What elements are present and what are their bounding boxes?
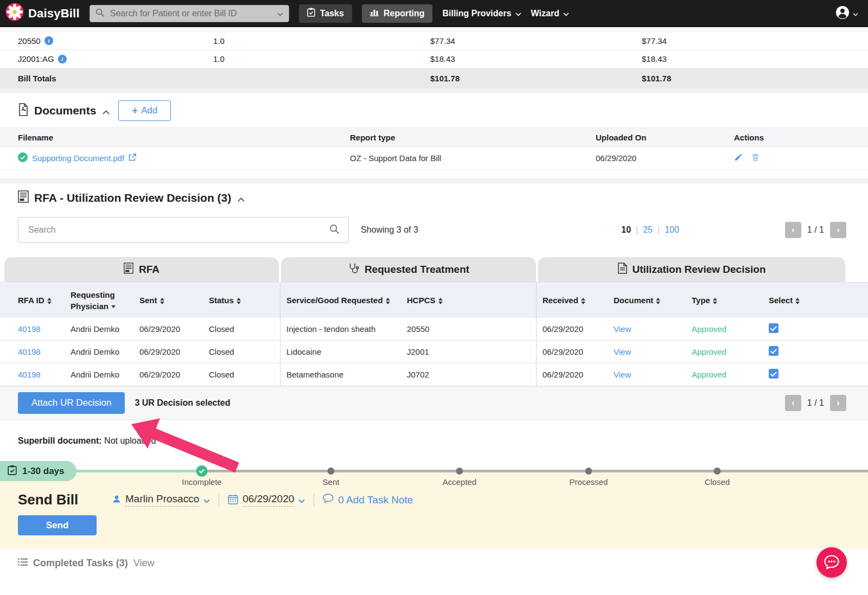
rfa-document-icon: [18, 190, 29, 206]
document-filename-link[interactable]: Supporting Document.pdf: [32, 153, 124, 163]
collapse-caret-icon[interactable]: [238, 191, 245, 204]
days-badge: 1-30 days: [0, 461, 76, 481]
documents-table-header: Filename Report type Uploaded On Actions: [0, 127, 868, 147]
check-circle-icon: [18, 152, 28, 164]
column-header-sent[interactable]: Sent: [139, 295, 209, 306]
decision-type: Approved: [692, 324, 769, 334]
column-header-status[interactable]: Status: [209, 295, 280, 306]
pagination-top: ‹ 1 / 1 ›: [785, 222, 846, 238]
clipboard-check-icon: [8, 465, 17, 478]
info-icon[interactable]: i: [58, 55, 67, 63]
add-document-button[interactable]: + Add: [118, 100, 171, 121]
requesting-physician: Andrii Demko: [71, 324, 139, 334]
superbill-label: Superbill document:: [18, 436, 102, 445]
section-divider: [0, 178, 868, 183]
rfa-section-header: RFA - Utilization Review Decision (3): [0, 183, 868, 212]
brand-name: DaisyBill: [28, 7, 80, 21]
next-page-button[interactable]: ›: [830, 222, 846, 238]
global-search-input[interactable]: [109, 8, 272, 19]
send-button[interactable]: Send: [18, 515, 97, 535]
charge-amount: $77.34: [430, 36, 642, 46]
expected-amount: $18.43: [642, 54, 868, 63]
global-search[interactable]: [90, 5, 289, 22]
column-header-rfa-id[interactable]: RFA ID: [18, 295, 71, 306]
selection-count-text: 3 UR Decision selected: [135, 398, 230, 408]
timeline-step-dot: [714, 468, 721, 475]
timeline-step-dot: [585, 468, 592, 475]
rfa-table-group-tabs: RFA Requested Treatment Utilization Revi…: [0, 257, 868, 282]
column-header-service-good-requested[interactable]: Service/Good Requested: [286, 295, 407, 306]
rfa-id-link[interactable]: 40198: [18, 370, 71, 379]
rfa-search-input[interactable]: [27, 225, 329, 235]
sort-icon: [386, 298, 390, 304]
page-size-selector: 10 25 100: [621, 225, 679, 235]
select-checkbox[interactable]: [769, 323, 778, 333]
caret-down-icon[interactable]: [277, 9, 283, 18]
timeline-step-label: Sent: [323, 477, 340, 487]
received-date: 06/29/2020: [542, 324, 614, 334]
page-size-25[interactable]: 25: [631, 225, 653, 235]
date-picker[interactable]: 06/29/2020: [228, 493, 305, 507]
send-bill-title: Send Bill: [18, 491, 104, 508]
sort-icon: [47, 298, 52, 304]
rfa-table: RFA Requested Treatment Utilization Revi…: [0, 257, 868, 386]
view-document-link[interactable]: View: [614, 370, 692, 379]
wizard-label: Wizard: [531, 9, 559, 18]
collapse-caret-icon[interactable]: [103, 104, 110, 117]
assignee-picker[interactable]: Marlin Prosacco: [112, 493, 210, 507]
billing-providers-menu[interactable]: Billing Providers: [442, 9, 521, 18]
column-header-received[interactable]: Received: [542, 295, 614, 306]
column-header-hcpcs[interactable]: HCPCS: [407, 295, 536, 306]
attach-ur-decision-button[interactable]: Attach UR Decision: [18, 392, 125, 414]
info-icon[interactable]: i: [44, 36, 53, 45]
select-checkbox[interactable]: [769, 369, 778, 379]
column-header-document[interactable]: Document: [614, 295, 692, 306]
next-page-button[interactable]: ›: [830, 395, 846, 411]
rfa-status: Closed: [209, 370, 280, 379]
view-document-link[interactable]: View: [614, 347, 692, 356]
rfa-search-box[interactable]: [18, 217, 349, 243]
page-size-100[interactable]: 100: [653, 225, 679, 235]
wizard-menu[interactable]: Wizard: [531, 9, 569, 18]
group-tab-utilization-review-decision: Utilization Review Decision: [538, 257, 845, 282]
edit-icon[interactable]: [734, 153, 743, 163]
assignee-name: Marlin Prosacco: [125, 493, 199, 507]
rfa-status: Closed: [209, 347, 280, 356]
document-uploaded-on: 06/29/2020: [596, 153, 734, 163]
user-account-menu[interactable]: [835, 5, 858, 21]
view-completed-tasks-link[interactable]: View: [133, 558, 155, 569]
chat-fab-button[interactable]: [816, 547, 847, 578]
documents-section-header: Documents + Add: [0, 93, 868, 127]
rfa-document-icon: [124, 263, 133, 277]
external-link-icon[interactable]: [129, 153, 136, 163]
rfa-title-group[interactable]: RFA - Utilization Review Decision (3): [18, 190, 245, 206]
delete-icon[interactable]: [751, 153, 760, 163]
add-task-note-button[interactable]: 0 Add Task Note: [323, 494, 413, 506]
tasks-button[interactable]: Tasks: [299, 4, 352, 23]
reporting-label: Reporting: [384, 9, 425, 18]
column-header-select[interactable]: Select: [769, 295, 868, 306]
hcpcs-code: 20550: [407, 324, 536, 334]
chevron-down-icon: [853, 9, 858, 18]
send-bill-panel: 1-30 days Incomplete Sent Accepted Proce…: [0, 461, 868, 549]
rfa-id-link[interactable]: 40198: [18, 347, 71, 356]
prev-page-button[interactable]: ‹: [785, 395, 801, 411]
sort-icon: [795, 298, 800, 304]
total-charge: $101.78: [430, 74, 642, 83]
prev-page-button[interactable]: ‹: [785, 222, 801, 238]
column-header-requesting-physician[interactable]: Requesting Physician: [71, 289, 139, 312]
select-checkbox[interactable]: [769, 346, 778, 356]
service-requested: Injection - tendon sheath: [286, 324, 407, 334]
chevron-down-icon: [298, 496, 305, 505]
reporting-button[interactable]: Reporting: [362, 4, 433, 23]
sort-desc-icon: [111, 305, 116, 308]
table-row: 40198 Andrii Demko 06/29/2020 Closed Bet…: [0, 363, 868, 386]
page-size-10[interactable]: 10: [621, 225, 631, 235]
documents-title-group[interactable]: Documents: [18, 103, 110, 119]
daisybill-logo[interactable]: DaisyBill: [5, 3, 80, 24]
view-document-link[interactable]: View: [614, 324, 692, 334]
chat-bubble-icon: [323, 494, 334, 506]
timeline-step-label: Accepted: [443, 477, 477, 487]
rfa-id-link[interactable]: 40198: [18, 324, 71, 334]
column-header-type[interactable]: Type: [692, 295, 769, 306]
